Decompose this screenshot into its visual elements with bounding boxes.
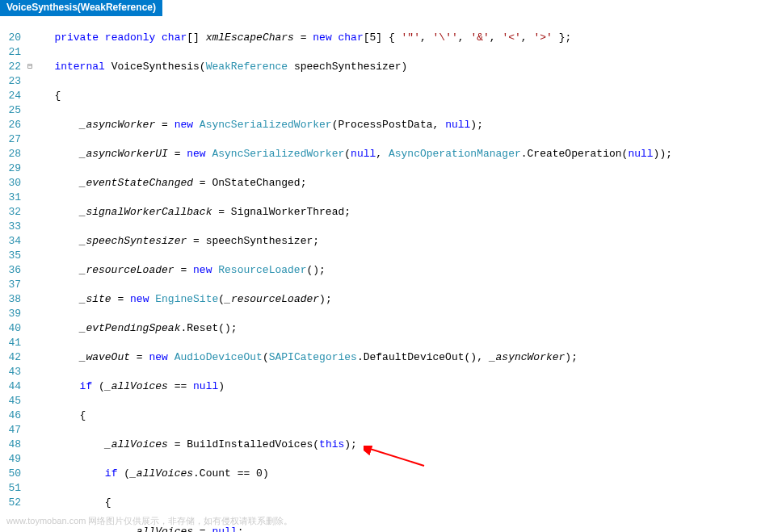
- fold-column: ⊟: [24, 16, 36, 532]
- line-number: 20: [0, 31, 21, 45]
- code-line: _signalWorkerCallback = SignalWorkerThre…: [36, 205, 782, 220]
- line-number: 47: [0, 423, 21, 438]
- code-line: _site = new EngineSite(_resourceLoader);: [36, 292, 782, 307]
- line-number: 44: [0, 379, 21, 394]
- line-number: 26: [0, 118, 21, 132]
- tab-active[interactable]: VoiceSynthesis(WeakReference): [0, 0, 162, 16]
- line-number: 48: [0, 438, 21, 452]
- line-number: 28: [0, 147, 21, 161]
- code-line: _asyncWorker = new AsyncSerializedWorker…: [36, 118, 782, 132]
- line-number: 52: [0, 496, 21, 510]
- code-line: {: [36, 89, 782, 103]
- code-line: if (_allVoices == null): [36, 379, 782, 394]
- line-number: 23: [0, 74, 21, 89]
- fold-toggle-icon[interactable]: ⊟: [24, 60, 36, 74]
- line-number: 43: [0, 365, 21, 379]
- line-number: 38: [0, 292, 21, 307]
- line-number: 35: [0, 249, 21, 263]
- line-number: 34: [0, 234, 21, 249]
- line-number: 49: [0, 452, 21, 467]
- code-line: _resourceLoader = new ResourceLoader();: [36, 263, 782, 278]
- line-number: 25: [0, 103, 21, 118]
- line-number: 50: [0, 467, 21, 481]
- line-number: [0, 16, 21, 31]
- line-number: 22: [0, 60, 21, 74]
- code-line: {: [36, 408, 782, 423]
- line-number: 21: [0, 45, 21, 60]
- code-line: _evtPendingSpeak.Reset();: [36, 321, 782, 336]
- code-editor[interactable]: 20 21 22 23 24 25 26 27 28 29 30 31 32 3…: [0, 16, 782, 532]
- line-number: 27: [0, 132, 21, 147]
- line-number: 29: [0, 161, 21, 176]
- line-number: 32: [0, 205, 21, 220]
- line-number: 31: [0, 191, 21, 205]
- code-line: _speechSyntesizer = speechSynthesizer;: [36, 234, 782, 249]
- code-line: private readonly char[] xmlEscapeChars =…: [36, 31, 782, 45]
- code-line: _allVoices = BuildInstalledVoices(this);: [36, 438, 782, 452]
- code-line: _eventStateChanged = OnStateChanged;: [36, 176, 782, 191]
- line-number: 30: [0, 176, 21, 191]
- watermark-text: www.toymoban.com 网络图片仅供展示，非存储，如有侵权请联系删除。: [6, 515, 293, 527]
- line-number: 36: [0, 263, 21, 278]
- line-number: 33: [0, 220, 21, 234]
- line-number: 42: [0, 350, 21, 365]
- line-number: 37: [0, 278, 21, 292]
- code-line: _waveOut = new AudioDeviceOut(SAPICatego…: [36, 350, 782, 365]
- code-line: if (_allVoices.Count == 0): [36, 467, 782, 481]
- line-number: 41: [0, 336, 21, 350]
- line-number: 24: [0, 89, 21, 103]
- code-line: internal VoiceSynthesis(WeakReference sp…: [36, 60, 782, 74]
- line-number-gutter: 20 21 22 23 24 25 26 27 28 29 30 31 32 3…: [0, 16, 24, 532]
- line-number: 40: [0, 321, 21, 336]
- line-number: 45: [0, 394, 21, 408]
- tab-bar: VoiceSynthesis(WeakReference): [0, 0, 782, 16]
- code-area[interactable]: private readonly char[] xmlEscapeChars =…: [36, 16, 782, 532]
- code-line: {: [36, 496, 782, 510]
- line-number: 39: [0, 307, 21, 321]
- line-number: 51: [0, 481, 21, 496]
- code-line: _asyncWorkerUI = new AsyncSerializedWork…: [36, 147, 782, 161]
- line-number: 46: [0, 408, 21, 423]
